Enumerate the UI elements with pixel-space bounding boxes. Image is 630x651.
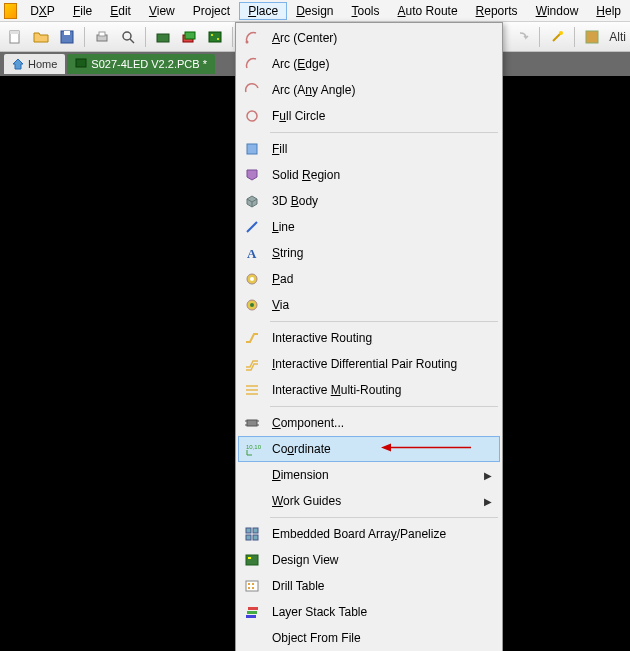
svg-line-23 (247, 222, 257, 232)
menu-item-arc-any-angle[interactable]: Arc (Any Angle) (238, 77, 500, 103)
menu-file[interactable]: File (64, 2, 101, 20)
route-int-icon (238, 325, 266, 351)
line-icon (238, 214, 266, 240)
redo-button[interactable] (511, 26, 533, 48)
menu-item-label: Object From File (266, 631, 500, 645)
menu-item-label: 3D Body (266, 194, 500, 208)
new-file-button[interactable] (4, 26, 26, 48)
menu-reports[interactable]: Reports (467, 2, 527, 20)
menu-design[interactable]: Design (287, 2, 342, 20)
menu-item-label: Drill Table (266, 579, 500, 593)
menu-item-line[interactable]: Line (238, 214, 500, 240)
save-button[interactable] (56, 26, 78, 48)
svg-point-21 (247, 111, 257, 121)
svg-rect-5 (99, 32, 105, 36)
menu-item-via[interactable]: Via (238, 292, 500, 318)
menu-item-pad[interactable]: Pad (238, 266, 500, 292)
menu-item-arc-edge[interactable]: Arc (Edge) (238, 51, 500, 77)
board-button[interactable] (204, 26, 226, 48)
altium-button[interactable] (581, 26, 603, 48)
menu-dxp[interactable]: DXP (21, 2, 64, 20)
circle-icon (238, 103, 266, 129)
menu-separator (270, 321, 498, 322)
svg-rect-11 (209, 32, 221, 42)
menu-view[interactable]: View (140, 2, 184, 20)
menubar: DXPFileEditViewProjectPlaceDesignToolsAu… (0, 0, 630, 22)
svg-point-48 (252, 587, 254, 589)
svg-point-17 (559, 31, 563, 35)
menu-item-label: Arc (Edge) (266, 57, 500, 71)
menu-item-fill[interactable]: Fill (238, 136, 500, 162)
menu-tools[interactable]: Tools (343, 2, 389, 20)
menu-item-label: Arc (Any Angle) (266, 83, 500, 97)
toolbar-separator (145, 27, 146, 47)
menu-window[interactable]: Window (527, 2, 588, 20)
submenu-arrow-icon: ▶ (484, 470, 492, 481)
menu-item-3d-body[interactable]: 3D Body (238, 188, 500, 214)
menu-item-work-guides[interactable]: Work Guides▶ (238, 488, 500, 514)
toolbar-right: Alti (485, 26, 626, 48)
svg-rect-3 (64, 31, 70, 35)
menu-item-embedded-board-array-panelize[interactable]: Embedded Board Array/Panelize (238, 521, 500, 547)
component-icon (238, 410, 266, 436)
open-file-button[interactable] (30, 26, 52, 48)
menu-item-label: Dimension (266, 468, 500, 482)
menu-item-design-view[interactable]: Design View (238, 547, 500, 573)
altium-label: Alti (607, 30, 626, 44)
svg-line-7 (130, 39, 134, 43)
wand-button[interactable] (546, 26, 568, 48)
menu-item-label: Embedded Board Array/Panelize (266, 527, 500, 541)
menu-edit[interactable]: Edit (101, 2, 140, 20)
menu-help[interactable]: Help (587, 2, 630, 20)
menu-item-label: Via (266, 298, 500, 312)
menu-item-component[interactable]: Component... (238, 410, 500, 436)
svg-point-28 (250, 303, 254, 307)
menu-item-dimension[interactable]: Dimension▶ (238, 462, 500, 488)
menu-item-label: Interactive Multi-Routing (266, 383, 500, 397)
svg-text:10,10: 10,10 (246, 444, 261, 450)
zoom-button[interactable] (117, 26, 139, 48)
menu-item-full-circle[interactable]: Full Circle (238, 103, 500, 129)
menu-project[interactable]: Project (184, 2, 239, 20)
coord-icon: 10,10 (239, 437, 266, 461)
menu-separator (270, 406, 498, 407)
menu-item-drill-table[interactable]: Drill Table (238, 573, 500, 599)
menu-item-label: Work Guides (266, 494, 500, 508)
menu-item-solid-region[interactable]: Solid Region (238, 162, 500, 188)
toolbar-separator (232, 27, 233, 47)
body3d-icon (238, 188, 266, 214)
tab-home[interactable]: Home (4, 54, 65, 74)
arc-center-icon (238, 25, 266, 51)
menu-place[interactable]: Place (239, 2, 287, 20)
print-button[interactable] (91, 26, 113, 48)
layers-button[interactable] (178, 26, 200, 48)
menu-item-string[interactable]: AString (238, 240, 500, 266)
svg-rect-22 (247, 144, 257, 154)
pcb-3d-button[interactable] (152, 26, 174, 48)
tab-file[interactable]: S027-4LED V2.2.PCB * (67, 54, 215, 74)
menu-autoroute[interactable]: Auto Route (389, 2, 467, 20)
submenu-arrow-icon: ▶ (484, 496, 492, 507)
svg-rect-8 (157, 34, 169, 42)
menu-item-coordinate[interactable]: 10,10Coordinate (238, 436, 500, 462)
menu-item-interactive-differential-pair-routing[interactable]: Interactive Differential Pair Routing (238, 351, 500, 377)
object-file-icon (238, 625, 266, 651)
svg-rect-19 (76, 59, 86, 67)
svg-point-46 (252, 583, 254, 585)
menu-item-interactive-multi-routing[interactable]: Interactive Multi-Routing (238, 377, 500, 403)
menu-item-object-from-file[interactable]: Object From File (238, 625, 500, 651)
arc-any-icon (238, 77, 266, 103)
menu-item-label: Fill (266, 142, 500, 156)
menu-item-interactive-routing[interactable]: Interactive Routing (238, 325, 500, 351)
menu-item-layer-stack-table[interactable]: Layer Stack Table (238, 599, 500, 625)
menu-item-arc-center[interactable]: Arc (Center) (238, 25, 500, 51)
svg-point-47 (248, 587, 250, 589)
svg-rect-1 (10, 31, 19, 34)
svg-rect-50 (247, 611, 257, 614)
menu-separator (270, 132, 498, 133)
svg-point-12 (211, 34, 213, 36)
drill-icon (238, 573, 266, 599)
svg-text:A: A (247, 246, 257, 261)
fill-icon (238, 136, 266, 162)
tab-home-label: Home (28, 58, 57, 70)
